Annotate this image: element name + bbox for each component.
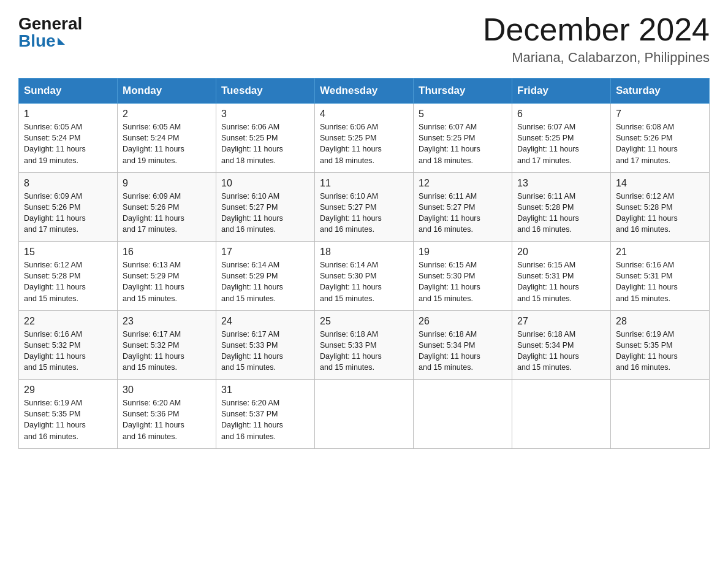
weekday-header-tuesday: Tuesday: [216, 79, 315, 104]
day-info: Sunrise: 6:10 AM Sunset: 5:27 PM Dayligh…: [320, 191, 408, 236]
calendar-cell: 19 Sunrise: 6:15 AM Sunset: 5:30 PM Dayl…: [414, 242, 512, 311]
day-number: 31: [221, 385, 309, 396]
calendar-cell: 21 Sunrise: 6:16 AM Sunset: 5:31 PM Dayl…: [611, 242, 710, 311]
logo-triangle-icon: [58, 37, 65, 45]
day-info: Sunrise: 6:06 AM Sunset: 5:25 PM Dayligh…: [320, 121, 408, 166]
day-info: Sunrise: 6:18 AM Sunset: 5:33 PM Dayligh…: [320, 329, 408, 373]
day-info: Sunrise: 6:13 AM Sunset: 5:29 PM Dayligh…: [123, 259, 211, 304]
weekday-header-thursday: Thursday: [414, 79, 512, 104]
day-info: Sunrise: 6:17 AM Sunset: 5:32 PM Dayligh…: [123, 329, 211, 373]
calendar-cell: 18 Sunrise: 6:14 AM Sunset: 5:30 PM Dayl…: [315, 242, 414, 311]
day-info: Sunrise: 6:12 AM Sunset: 5:28 PM Dayligh…: [616, 191, 704, 236]
calendar-cell: 24 Sunrise: 6:17 AM Sunset: 5:33 PM Dayl…: [216, 310, 315, 380]
calendar-cell: 29 Sunrise: 6:19 AM Sunset: 5:35 PM Dayl…: [19, 380, 118, 449]
calendar-cell: 27 Sunrise: 6:18 AM Sunset: 5:34 PM Dayl…: [512, 310, 611, 380]
calendar-cell: 10 Sunrise: 6:10 AM Sunset: 5:27 PM Dayl…: [216, 172, 315, 242]
calendar-cell: 22 Sunrise: 6:16 AM Sunset: 5:32 PM Dayl…: [19, 310, 118, 380]
day-info: Sunrise: 6:10 AM Sunset: 5:27 PM Dayligh…: [221, 191, 309, 236]
day-number: 12: [419, 178, 507, 189]
weekday-header-row: SundayMondayTuesdayWednesdayThursdayFrid…: [19, 79, 710, 104]
day-info: Sunrise: 6:20 AM Sunset: 5:36 PM Dayligh…: [123, 397, 211, 442]
day-info: Sunrise: 6:14 AM Sunset: 5:29 PM Dayligh…: [221, 259, 309, 304]
calendar-table: SundayMondayTuesdayWednesdayThursdayFrid…: [18, 78, 710, 449]
calendar-cell: 2 Sunrise: 6:05 AM Sunset: 5:24 PM Dayli…: [118, 104, 216, 173]
logo-blue-text: Blue: [18, 33, 65, 50]
day-info: Sunrise: 6:12 AM Sunset: 5:28 PM Dayligh…: [24, 259, 112, 304]
day-number: 6: [517, 109, 605, 120]
day-info: Sunrise: 6:05 AM Sunset: 5:24 PM Dayligh…: [123, 121, 211, 166]
day-info: Sunrise: 6:11 AM Sunset: 5:28 PM Dayligh…: [517, 191, 605, 236]
day-info: Sunrise: 6:05 AM Sunset: 5:24 PM Dayligh…: [24, 121, 112, 166]
calendar-week-row: 8 Sunrise: 6:09 AM Sunset: 5:26 PM Dayli…: [19, 172, 710, 242]
day-info: Sunrise: 6:14 AM Sunset: 5:30 PM Dayligh…: [320, 259, 408, 304]
calendar-week-row: 29 Sunrise: 6:19 AM Sunset: 5:35 PM Dayl…: [19, 380, 710, 449]
day-info: Sunrise: 6:18 AM Sunset: 5:34 PM Dayligh…: [517, 329, 605, 373]
title-block: December 2024 Mariana, Calabarzon, Phili…: [483, 12, 710, 66]
weekday-header-wednesday: Wednesday: [315, 79, 414, 104]
calendar-cell: [315, 380, 414, 449]
calendar-cell: 7 Sunrise: 6:08 AM Sunset: 5:26 PM Dayli…: [611, 104, 710, 173]
calendar-cell: 5 Sunrise: 6:07 AM Sunset: 5:25 PM Dayli…: [414, 104, 512, 173]
day-info: Sunrise: 6:19 AM Sunset: 5:35 PM Dayligh…: [24, 397, 112, 442]
calendar-cell: 25 Sunrise: 6:18 AM Sunset: 5:33 PM Dayl…: [315, 310, 414, 380]
page-header: General Blue December 2024 Mariana, Cala…: [18, 12, 710, 66]
day-info: Sunrise: 6:19 AM Sunset: 5:35 PM Dayligh…: [616, 329, 704, 373]
day-info: Sunrise: 6:18 AM Sunset: 5:34 PM Dayligh…: [419, 329, 507, 373]
weekday-header-monday: Monday: [118, 79, 216, 104]
calendar-cell: 31 Sunrise: 6:20 AM Sunset: 5:37 PM Dayl…: [216, 380, 315, 449]
logo: General Blue: [18, 12, 82, 50]
calendar-week-row: 15 Sunrise: 6:12 AM Sunset: 5:28 PM Dayl…: [19, 242, 710, 311]
day-number: 15: [24, 247, 112, 258]
day-info: Sunrise: 6:07 AM Sunset: 5:25 PM Dayligh…: [419, 121, 507, 166]
day-info: Sunrise: 6:07 AM Sunset: 5:25 PM Dayligh…: [517, 121, 605, 166]
day-number: 23: [123, 316, 211, 327]
calendar-cell: [512, 380, 611, 449]
weekday-header-friday: Friday: [512, 79, 611, 104]
day-number: 24: [221, 316, 309, 327]
day-number: 1: [24, 109, 112, 120]
day-number: 3: [221, 109, 309, 120]
calendar-cell: 3 Sunrise: 6:06 AM Sunset: 5:25 PM Dayli…: [216, 104, 315, 173]
day-number: 25: [320, 316, 408, 327]
calendar-cell: 12 Sunrise: 6:11 AM Sunset: 5:27 PM Dayl…: [414, 172, 512, 242]
day-info: Sunrise: 6:17 AM Sunset: 5:33 PM Dayligh…: [221, 329, 309, 373]
day-number: 5: [419, 109, 507, 120]
day-info: Sunrise: 6:15 AM Sunset: 5:31 PM Dayligh…: [517, 259, 605, 304]
day-info: Sunrise: 6:15 AM Sunset: 5:30 PM Dayligh…: [419, 259, 507, 304]
logo-general-text: General: [18, 15, 82, 33]
day-info: Sunrise: 6:16 AM Sunset: 5:32 PM Dayligh…: [24, 329, 112, 373]
day-number: 11: [320, 178, 408, 189]
day-number: 14: [616, 178, 704, 189]
day-number: 19: [419, 247, 507, 258]
day-info: Sunrise: 6:16 AM Sunset: 5:31 PM Dayligh…: [616, 259, 704, 304]
day-info: Sunrise: 6:09 AM Sunset: 5:26 PM Dayligh…: [24, 191, 112, 236]
day-number: 7: [616, 109, 704, 120]
calendar-cell: 28 Sunrise: 6:19 AM Sunset: 5:35 PM Dayl…: [611, 310, 710, 380]
calendar-cell: 15 Sunrise: 6:12 AM Sunset: 5:28 PM Dayl…: [19, 242, 118, 311]
day-number: 9: [123, 178, 211, 189]
day-info: Sunrise: 6:08 AM Sunset: 5:26 PM Dayligh…: [616, 121, 704, 166]
calendar-cell: 17 Sunrise: 6:14 AM Sunset: 5:29 PM Dayl…: [216, 242, 315, 311]
calendar-cell: 26 Sunrise: 6:18 AM Sunset: 5:34 PM Dayl…: [414, 310, 512, 380]
day-number: 20: [517, 247, 605, 258]
month-title: December 2024: [483, 12, 710, 47]
calendar-cell: 8 Sunrise: 6:09 AM Sunset: 5:26 PM Dayli…: [19, 172, 118, 242]
location-subtitle: Mariana, Calabarzon, Philippines: [483, 50, 710, 66]
day-info: Sunrise: 6:11 AM Sunset: 5:27 PM Dayligh…: [419, 191, 507, 236]
calendar-cell: 11 Sunrise: 6:10 AM Sunset: 5:27 PM Dayl…: [315, 172, 414, 242]
day-number: 30: [123, 385, 211, 396]
weekday-header-sunday: Sunday: [19, 79, 118, 104]
day-number: 2: [123, 109, 211, 120]
day-info: Sunrise: 6:06 AM Sunset: 5:25 PM Dayligh…: [221, 121, 309, 166]
day-number: 18: [320, 247, 408, 258]
day-number: 22: [24, 316, 112, 327]
day-number: 21: [616, 247, 704, 258]
calendar-cell: 4 Sunrise: 6:06 AM Sunset: 5:25 PM Dayli…: [315, 104, 414, 173]
day-number: 8: [24, 178, 112, 189]
day-number: 16: [123, 247, 211, 258]
calendar-cell: 16 Sunrise: 6:13 AM Sunset: 5:29 PM Dayl…: [118, 242, 216, 311]
day-number: 10: [221, 178, 309, 189]
day-info: Sunrise: 6:09 AM Sunset: 5:26 PM Dayligh…: [123, 191, 211, 236]
day-number: 13: [517, 178, 605, 189]
calendar-cell: [611, 380, 710, 449]
